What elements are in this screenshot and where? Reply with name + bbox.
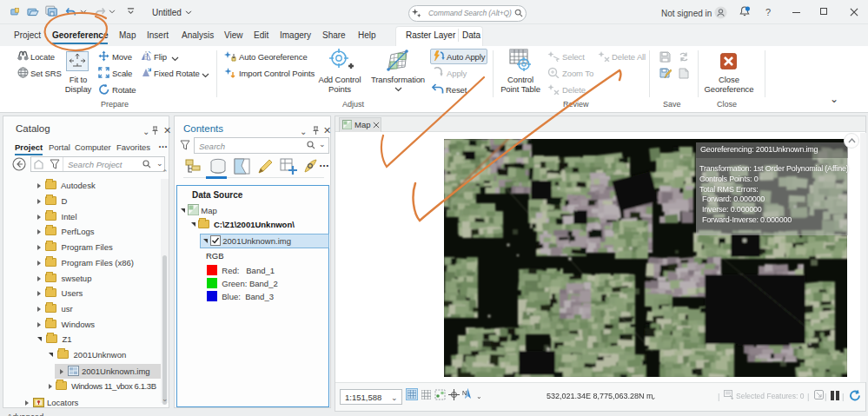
svg-text:N: N [462,390,467,396]
